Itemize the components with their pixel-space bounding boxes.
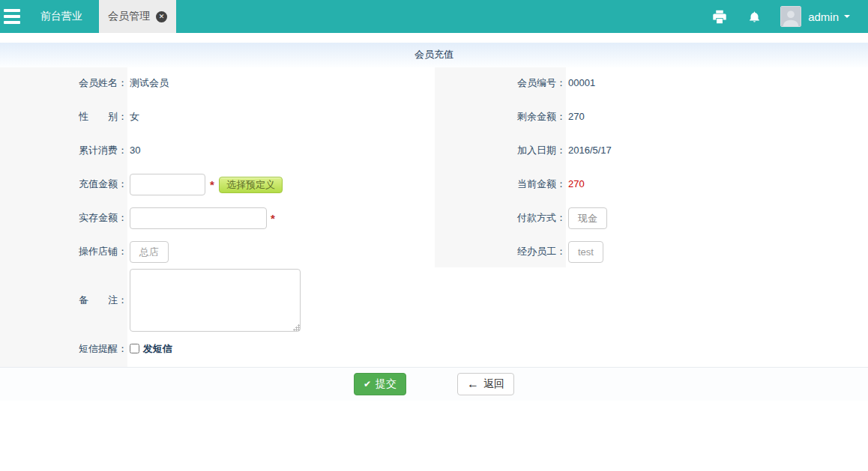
send-sms-checkbox[interactable] (130, 344, 139, 353)
member-name-value: 测试会员 (130, 76, 169, 90)
join-date-value: 2016/5/17 (568, 144, 612, 157)
check-icon: ✔ (364, 379, 371, 389)
member-name-label: 会员姓名： (0, 76, 127, 90)
actual-amount-input[interactable] (130, 207, 267, 229)
required-asterisk: * (271, 212, 275, 225)
payment-method-button[interactable]: 现金 (568, 207, 607, 229)
handling-staff-label: 经办员工： (435, 245, 566, 258)
bell-icon[interactable] (748, 10, 761, 24)
page-title: 会员充值 (415, 49, 453, 60)
remaining-amount-value: 270 (568, 110, 585, 124)
choose-preset-button[interactable]: 选择预定义 (219, 177, 283, 193)
total-consume-value: 30 (130, 144, 140, 157)
resize-grip-icon[interactable] (292, 323, 300, 331)
payment-method-label: 付款方式： (435, 211, 566, 225)
top-navbar: 前台营业 会员管理 ✕ admin (0, 0, 868, 33)
person-silhouette-icon (781, 7, 801, 26)
required-asterisk: * (210, 178, 214, 192)
avatar[interactable] (780, 6, 801, 27)
tab-member-management-label: 会员管理 (108, 10, 150, 23)
back-arrow-icon: ← (467, 378, 479, 390)
operating-store-label: 操作店铺： (0, 245, 127, 258)
current-amount-value: 270 (568, 177, 585, 191)
remark-textarea[interactable] (130, 269, 301, 332)
sms-reminder-label: 短信提醒： (0, 342, 127, 356)
recharge-form: 会员姓名： 测试会员 性 别： 女 累计消费： 30 充值金额： * 选择预定义… (0, 67, 868, 367)
member-no-value: 00001 (568, 76, 595, 90)
gender-label: 性 别： (0, 110, 127, 124)
tab-front-desk[interactable]: 前台营业 (31, 0, 91, 33)
send-sms-label: 发短信 (143, 343, 172, 354)
printer-icon[interactable] (712, 10, 727, 24)
member-no-label: 会员编号： (435, 76, 566, 90)
spacer-strip (0, 33, 868, 43)
recharge-amount-label: 充值金额： (0, 177, 127, 191)
store-button[interactable]: 总店 (130, 241, 169, 263)
close-tab-icon[interactable]: ✕ (156, 11, 167, 22)
submit-button[interactable]: ✔ 提交 (354, 373, 406, 395)
menu-icon[interactable] (0, 0, 25, 33)
page-title-bar: 会员充值 (0, 43, 868, 67)
current-amount-label: 当前金额： (435, 177, 566, 191)
gender-value: 女 (130, 110, 139, 124)
back-button[interactable]: ← 返回 (457, 373, 514, 395)
submit-label: 提交 (376, 377, 397, 391)
label-column-bg-right (435, 67, 566, 267)
remark-label: 备 注： (0, 294, 127, 307)
back-label: 返回 (483, 377, 504, 391)
sms-reminder-row: 发短信 (130, 342, 172, 356)
username[interactable]: admin (808, 10, 839, 23)
total-consume-label: 累计消费： (0, 144, 127, 157)
tab-member-management[interactable]: 会员管理 ✕ (99, 0, 176, 33)
navbar-right: admin (712, 0, 868, 33)
recharge-amount-input[interactable] (130, 174, 205, 195)
join-date-label: 加入日期： (435, 144, 566, 157)
remaining-amount-label: 剩余金额： (435, 110, 566, 124)
caret-down-icon[interactable] (844, 15, 850, 21)
actual-amount-label: 实存金额： (0, 211, 127, 225)
form-footer: ✔ 提交 ← 返回 (0, 367, 868, 401)
handling-staff-button[interactable]: test (568, 241, 603, 263)
